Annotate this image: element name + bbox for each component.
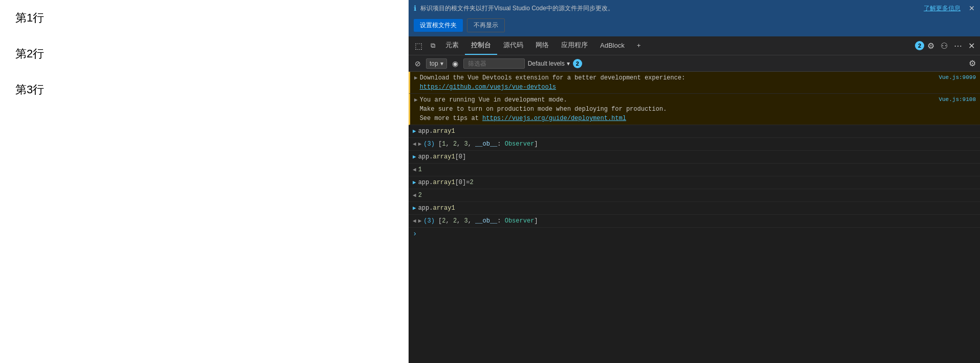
- cmd-array1-0: array1: [433, 153, 455, 160]
- cmd-array1: array1: [433, 128, 455, 135]
- cmd-app-4: app.: [418, 205, 433, 212]
- console-entry-vue-devtools: ▶ Download the Vue Devtools extension fo…: [409, 72, 980, 94]
- tab-elements[interactable]: 元素: [439, 36, 465, 55]
- cmd-arrow-3-icon: ▶: [413, 178, 416, 186]
- no-show-button[interactable]: 不再显示: [467, 18, 505, 32]
- console-entry-cmd-array1-2: ▶ app.array1: [409, 202, 980, 215]
- more-options-icon[interactable]: ⋯: [951, 39, 965, 53]
- info-text: 标识项目的根文件夹以打开Visual Studio Code中的源文件并同步更改…: [420, 4, 920, 13]
- result-2: 2: [418, 192, 422, 199]
- tab-network[interactable]: 网络: [529, 36, 555, 55]
- cmd-app-2: app.: [418, 153, 433, 160]
- console-prompt[interactable]: ›: [409, 228, 980, 240]
- result-left-arrow-4: ◀: [413, 216, 416, 224]
- tab-application[interactable]: 应用程序: [555, 36, 594, 55]
- console-toolbar: ⊘ top ▾ ◉ Default levels ▾ 2 ⚙: [409, 55, 980, 72]
- result-left-arrow-3: ◀: [413, 191, 416, 198]
- close-bracket-1: ]: [534, 140, 538, 148]
- result-num-5: 2: [453, 217, 457, 225]
- chevron-down-icon: ▾: [440, 60, 443, 67]
- console-settings-icon[interactable]: ⚙: [969, 58, 976, 68]
- cmd-app-3: app.: [418, 179, 433, 186]
- comma1: ,: [445, 140, 453, 148]
- set-root-folder-button[interactable]: 设置根文件夹: [414, 19, 463, 32]
- cmd-array1-assign: array1: [433, 179, 455, 186]
- action-bar: 设置根文件夹 不再显示: [409, 16, 980, 36]
- webpage-content: 第1行 第2行 第3行: [0, 0, 409, 363]
- console-output[interactable]: ▶ Download the Vue Devtools extension fo…: [409, 72, 980, 363]
- context-selector[interactable]: top ▾: [426, 58, 447, 69]
- devtools-panel: ℹ 标识项目的根文件夹以打开Visual Studio Code中的源文件并同步…: [409, 0, 980, 363]
- console-entry-cmd-array1: ▶ app.array1: [409, 125, 980, 138]
- result-1: 1: [418, 166, 422, 173]
- result-count-1: (3): [423, 140, 438, 148]
- result-left-arrow-2: ◀: [413, 165, 416, 173]
- cmd-arrow-4-icon: ▶: [413, 204, 416, 211]
- filter-input[interactable]: [463, 58, 525, 69]
- console-entry-vue-devmode: ▶ You are running Vue in development mod…: [409, 94, 980, 125]
- comma4: ,: [457, 217, 464, 225]
- console-entry-cmd-assign: ▶ app.array1[0]=2: [409, 176, 980, 189]
- webpage-line-1: 第1行: [15, 10, 393, 26]
- comma3: ,: [445, 217, 453, 225]
- level-chevron-icon: ▾: [567, 60, 570, 67]
- source-vue-9108[interactable]: Vue.js:9108: [939, 95, 976, 103]
- result-play-arrow-1[interactable]: ▶: [418, 139, 422, 147]
- console-entry-result-4: ◀ ▶ (3) [2, 2, 3, __ob__: Observer]: [409, 215, 980, 228]
- error-badge[interactable]: 2: [915, 41, 924, 50]
- console-entry-result-3: ◀ 2: [409, 189, 980, 202]
- ob-key-2: __ob__: [475, 217, 497, 225]
- result-ob-2: ,: [468, 217, 475, 225]
- result-count-2: (3): [423, 217, 438, 225]
- ob-val-2: Observer: [505, 217, 535, 225]
- tab-add[interactable]: +: [631, 37, 647, 54]
- warning-count-badge: 2: [573, 59, 582, 68]
- result-ob: ,: [468, 140, 475, 148]
- vue-devtools-link[interactable]: https://github.com/vuejs/vue-devtools: [420, 84, 556, 91]
- prompt-chevron-icon: ›: [413, 230, 417, 238]
- webpage-line-2: 第2行: [15, 46, 393, 62]
- source-vue-9099[interactable]: Vue.js:9099: [939, 73, 976, 80]
- level-label: Default levels: [528, 60, 565, 67]
- tab-device-icon[interactable]: ⧉: [427, 38, 439, 53]
- tab-sources[interactable]: 源代码: [497, 36, 529, 55]
- cmd-arrow-1-icon: ▶: [413, 127, 416, 134]
- tab-adblock[interactable]: AdBlock: [594, 37, 631, 54]
- tab-console[interactable]: 控制台: [465, 36, 497, 55]
- ob-key: __ob__: [475, 140, 497, 148]
- console-entry-result-1: ◀ ▶ (3) [1, 2, 3, __ob__: Observer]: [409, 138, 980, 151]
- vue-devmode-text: You are running Vue in development mode.…: [420, 96, 667, 122]
- info-icon: ℹ: [414, 4, 416, 12]
- context-label: top: [430, 60, 438, 67]
- result-left-arrow-1: ◀: [413, 139, 416, 147]
- devtools-tabs-bar: ⬚ ⧉ 元素 控制台 源代码 网络 应用程序 AdBlock + 2 ⚙ ⚇ ⋯…: [409, 36, 980, 55]
- result-play-arrow-2[interactable]: ▶: [418, 216, 422, 224]
- expand-arrow-icon[interactable]: ▶: [414, 73, 418, 81]
- vue-devtools-text: Download the Vue Devtools extension for …: [420, 74, 685, 82]
- ob-val: Observer: [505, 140, 535, 148]
- result-num-3: 3: [464, 140, 467, 148]
- console-empty-area: [409, 240, 980, 271]
- result-num-6: 3: [464, 217, 467, 225]
- cmd-app: app.: [418, 128, 433, 135]
- console-entry-result-2: ◀ 1: [409, 164, 980, 176]
- cmd-array1-2: array1: [433, 205, 455, 212]
- learn-more-link[interactable]: 了解更多信息: [924, 4, 961, 13]
- clear-console-button[interactable]: ⊘: [413, 58, 423, 69]
- expand-arrow-2-icon[interactable]: ▶: [414, 95, 418, 103]
- close-devtools-button[interactable]: ✕: [965, 39, 978, 53]
- comma2: ,: [457, 140, 464, 148]
- colon2: :: [497, 217, 504, 225]
- close-bracket-2: ]: [534, 217, 538, 225]
- assign-part: [0]=: [455, 179, 470, 186]
- cmd-arrow-2-icon: ▶: [413, 152, 416, 160]
- tab-inspect-icon[interactable]: ⬚: [411, 38, 427, 54]
- settings-icon[interactable]: ⚙: [924, 39, 938, 53]
- info-close-button[interactable]: ✕: [969, 4, 975, 12]
- accounts-icon[interactable]: ⚇: [938, 39, 951, 53]
- level-selector[interactable]: Default levels ▾: [528, 60, 570, 67]
- assign-val: 2: [470, 179, 473, 186]
- eye-icon[interactable]: ◉: [450, 58, 460, 69]
- deployment-guide-link[interactable]: https://vuejs.org/guide/deployment.html: [482, 115, 626, 122]
- console-entry-cmd-array1-0: ▶ app.array1[0]: [409, 151, 980, 164]
